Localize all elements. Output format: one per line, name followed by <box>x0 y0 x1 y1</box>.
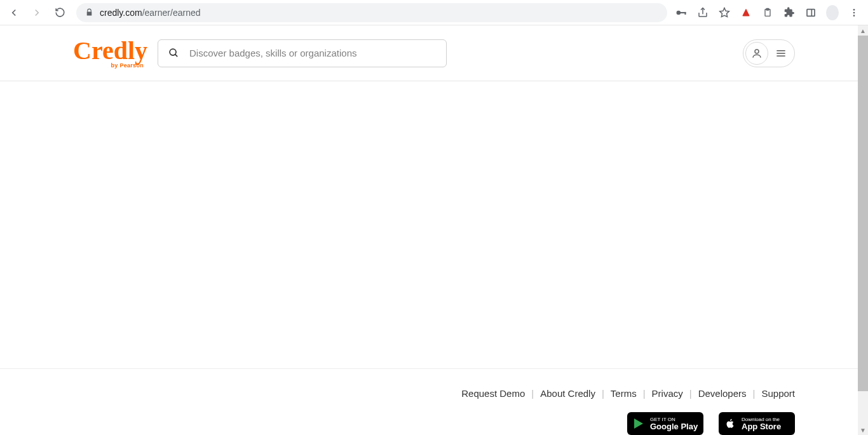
app-store-badges: GET IT ON Google Play Download on the Ap… <box>627 412 795 435</box>
footer-link-support[interactable]: Support <box>761 388 795 399</box>
svg-point-12 <box>755 50 759 53</box>
star-icon[interactable] <box>718 6 731 19</box>
svg-rect-5 <box>807 9 815 16</box>
page-content: Credly by Pearson Request Demo | About C… <box>0 25 868 435</box>
credly-logo[interactable]: Credly by Pearson <box>73 38 147 69</box>
footer-separator: | <box>753 388 756 399</box>
google-play-icon <box>632 417 645 430</box>
site-header: Credly by Pearson <box>0 25 868 81</box>
svg-point-0 <box>677 10 681 15</box>
user-icon <box>745 42 768 65</box>
back-button[interactable] <box>5 4 23 22</box>
key-icon[interactable] <box>675 6 688 19</box>
profile-avatar[interactable] <box>826 6 839 19</box>
google-play-big-text: Google Play <box>650 422 698 431</box>
footer-separator: | <box>689 388 692 399</box>
footer-separator: | <box>643 388 646 399</box>
svg-rect-2 <box>684 11 686 14</box>
search-icon <box>168 48 179 58</box>
svg-point-7 <box>853 9 855 11</box>
app-store-badge[interactable]: Download on the App Store <box>719 412 795 435</box>
main-empty-area <box>0 81 868 369</box>
scroll-thumb[interactable] <box>858 36 868 391</box>
lock-icon <box>85 8 93 17</box>
footer-link-about[interactable]: About Credly <box>540 388 595 399</box>
forward-button[interactable] <box>28 4 46 22</box>
footer: Request Demo | About Credly | Terms | Pr… <box>0 369 868 435</box>
scrollbar[interactable]: ▲ ▼ <box>858 25 868 435</box>
share-icon[interactable] <box>696 6 709 19</box>
side-panel-icon[interactable] <box>804 6 817 19</box>
svg-point-9 <box>853 15 855 17</box>
url-text: credly.com/earner/earned <box>100 8 201 18</box>
browser-toolbar: credly.com/earner/earned <box>0 0 868 25</box>
search-input[interactable] <box>189 48 436 58</box>
footer-links: Request Demo | About Credly | Terms | Pr… <box>461 379 795 407</box>
footer-link-privacy[interactable]: Privacy <box>652 388 683 399</box>
footer-link-request-demo[interactable]: Request Demo <box>461 388 525 399</box>
footer-link-terms[interactable]: Terms <box>611 388 637 399</box>
extensions-icon[interactable] <box>783 6 796 19</box>
browser-actions <box>675 6 863 19</box>
hamburger-menu-icon[interactable] <box>770 42 792 65</box>
footer-separator: | <box>602 388 604 399</box>
address-bar[interactable]: credly.com/earner/earned <box>76 3 667 22</box>
google-play-badge[interactable]: GET IT ON Google Play <box>627 412 703 435</box>
user-menu-pill[interactable] <box>743 39 795 67</box>
search-box[interactable] <box>158 39 447 67</box>
svg-line-11 <box>175 55 178 57</box>
reload-button[interactable] <box>51 4 69 22</box>
footer-separator: | <box>531 388 534 399</box>
svg-point-10 <box>170 49 176 55</box>
scroll-down-arrow[interactable]: ▼ <box>858 425 868 435</box>
scroll-up-arrow[interactable]: ▲ <box>858 25 868 36</box>
app-store-big-text: App Store <box>742 422 781 431</box>
svg-point-8 <box>853 11 855 13</box>
apple-icon <box>724 417 736 430</box>
extension-opera-icon[interactable] <box>740 6 752 19</box>
footer-link-developers[interactable]: Developers <box>698 388 747 399</box>
chrome-menu-icon[interactable] <box>848 6 860 19</box>
logo-subtitle: by Pearson <box>111 63 144 69</box>
extension-clipboard-icon[interactable] <box>761 6 774 19</box>
